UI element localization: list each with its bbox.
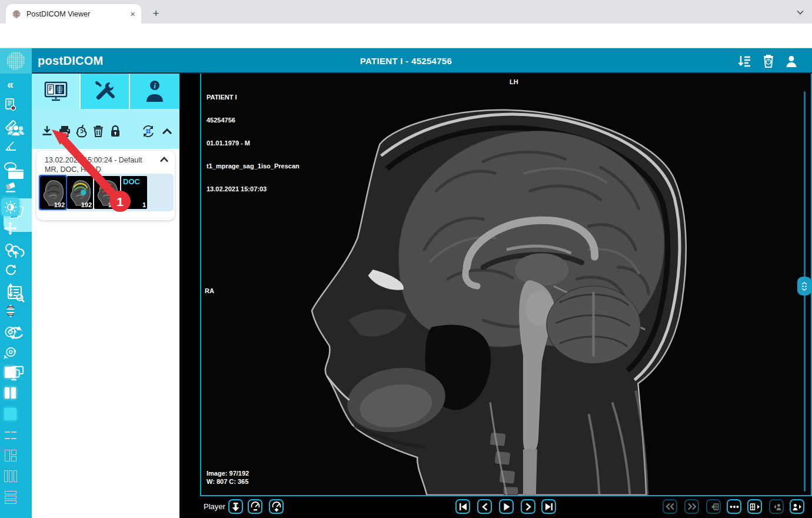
forward-series-button[interactable] bbox=[684, 499, 699, 514]
angle-tool-icon[interactable] bbox=[4, 139, 17, 152]
previous-image-button[interactable] bbox=[477, 499, 492, 514]
scroll-stack-icon[interactable] bbox=[4, 283, 17, 297]
tab-tools[interactable] bbox=[81, 74, 129, 109]
series-thumbnail-2[interactable]: 192 bbox=[67, 176, 93, 209]
zoom-tool-icon[interactable] bbox=[4, 242, 17, 255]
rewind-series-button[interactable] bbox=[663, 499, 677, 514]
layout-1x1-button[interactable] bbox=[5, 367, 16, 378]
series-thumbnail-doc[interactable]: DOC 1 bbox=[121, 176, 147, 209]
collapse-panel-icon[interactable]: « bbox=[4, 78, 17, 91]
tab-title: PostDICOM Viewer bbox=[26, 10, 125, 18]
last-image-button[interactable] bbox=[541, 499, 556, 514]
overlay-patient-info: PATIENT I 45254756 01.01.1979 - M t1_mpr… bbox=[207, 78, 299, 208]
player-bar: Player bbox=[200, 496, 812, 518]
new-tab-button[interactable]: + bbox=[148, 6, 164, 21]
layout-1-2-button[interactable] bbox=[5, 450, 16, 461]
overlay-image-counter: Image: 97/192 bbox=[207, 470, 249, 477]
pan-tool-icon[interactable] bbox=[4, 221, 17, 235]
play-button[interactable] bbox=[499, 499, 514, 514]
delete-button[interactable] bbox=[91, 124, 105, 138]
postdicom-viewer-screen: PostDICOM Viewer × + ← → ⟳ germany.postd… bbox=[0, 0, 812, 518]
series-thumbnail-3[interactable]: 192 bbox=[94, 176, 120, 209]
download-study-button[interactable] bbox=[40, 124, 54, 138]
study-title: 13.02.2021 15:00:24 - Default bbox=[45, 155, 157, 165]
previous-layout-button[interactable] bbox=[706, 499, 721, 514]
window-level-tool-active[interactable] bbox=[1, 198, 19, 216]
report-icon[interactable] bbox=[4, 98, 17, 111]
lock-button[interactable] bbox=[108, 124, 122, 138]
sync-layout-button[interactable] bbox=[141, 124, 155, 138]
svg-text:i: i bbox=[154, 81, 156, 90]
tab-search-chevron-icon[interactable] bbox=[793, 5, 807, 19]
series-thumbnail-1[interactable]: 192 bbox=[40, 176, 66, 209]
browser-url-bar: ← → ⟳ germany.postdicom.com/Viewer/Main … bbox=[0, 24, 812, 48]
ellipse-roi-icon[interactable] bbox=[4, 160, 17, 173]
recycle-bin-icon[interactable] bbox=[761, 54, 776, 69]
rotate-tool-icon[interactable] bbox=[4, 263, 17, 276]
orientation-label-top: LH bbox=[510, 78, 518, 86]
eraser-tool-icon[interactable] bbox=[4, 180, 17, 194]
next-patient-button[interactable] bbox=[790, 499, 804, 514]
browser-tab[interactable]: PostDICOM Viewer × bbox=[6, 4, 141, 24]
collapse-study-chevron[interactable] bbox=[159, 157, 169, 162]
image-viewport[interactable]: PATIENT I 45254756 01.01.1979 - M t1_mpr… bbox=[200, 74, 812, 496]
layout-3row-button[interactable] bbox=[5, 491, 16, 504]
next-image-button[interactable] bbox=[521, 499, 535, 514]
study-card[interactable]: 13.02.2021 15:00:24 - Default MR, DOC, H… bbox=[36, 151, 175, 220]
cine-settings-icon[interactable] bbox=[4, 325, 17, 338]
study-panel: i 13.02.2021 15:00:24 - Default MR, bbox=[32, 74, 179, 518]
orientation-label-side: RA bbox=[205, 287, 214, 295]
layout-current-button[interactable] bbox=[4, 408, 16, 420]
collapse-toolbar-chevron[interactable] bbox=[160, 124, 174, 138]
sort-stack-icon[interactable] bbox=[4, 304, 17, 317]
auto-cine-icon[interactable] bbox=[4, 346, 17, 359]
tab-viewer[interactable] bbox=[32, 74, 79, 109]
overlay-window-level: W: 807 C: 365 bbox=[207, 478, 248, 486]
print-button[interactable] bbox=[58, 124, 72, 138]
browser-tab-strip: PostDICOM Viewer × + bbox=[0, 0, 812, 24]
layout-3col-button[interactable] bbox=[4, 470, 17, 482]
next-layout-button[interactable] bbox=[747, 499, 762, 514]
player-label: Player bbox=[204, 502, 225, 511]
speed-up-button[interactable] bbox=[269, 499, 284, 514]
viewer-toolbar bbox=[179, 74, 200, 518]
anonymize-brain-button[interactable] bbox=[75, 124, 89, 138]
brain-logo-icon[interactable] bbox=[0, 48, 32, 74]
series-thumbnail-strip: 192 192 192 DOC 1 bbox=[38, 174, 174, 211]
ruler-tool-icon[interactable] bbox=[4, 118, 17, 132]
study-modality: MR, DOC, HEAD bbox=[45, 165, 157, 174]
image-scroll-handle[interactable] bbox=[797, 277, 811, 295]
sort-queue-icon[interactable] bbox=[737, 54, 752, 69]
account-icon[interactable] bbox=[784, 54, 799, 69]
previous-patient-button[interactable] bbox=[769, 499, 784, 514]
layout-2x2-button[interactable] bbox=[5, 429, 16, 441]
tab-close-icon[interactable]: × bbox=[130, 9, 135, 18]
patient-title: PATIENT I - 45254756 bbox=[0, 48, 812, 74]
layout-1x2-button[interactable] bbox=[5, 387, 16, 399]
first-image-button[interactable] bbox=[455, 499, 470, 514]
more-options-button[interactable] bbox=[727, 499, 741, 514]
app-logo: postDICOM bbox=[38, 48, 104, 74]
favicon-brain-icon bbox=[12, 9, 21, 19]
speed-down-button[interactable] bbox=[248, 499, 262, 514]
tab-patient-info[interactable]: i bbox=[130, 74, 179, 109]
play-direction-button[interactable] bbox=[228, 499, 243, 514]
